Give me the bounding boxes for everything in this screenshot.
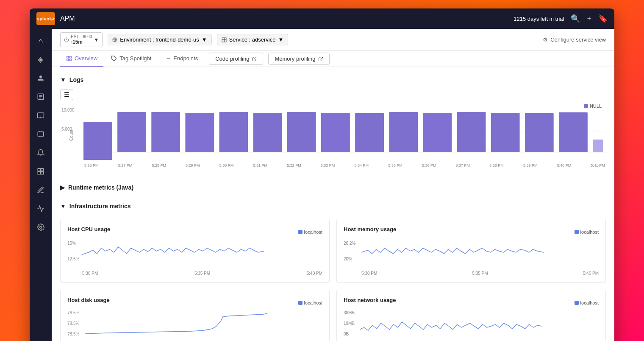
configure-service-button[interactable]: ⚙ Configure service view [543,36,606,43]
tab-endpoints[interactable]: Endpoints [159,51,204,67]
logs-section-content: ☰ NULL 10,000 5,000 Count [60,86,606,175]
sidebar: ⌂ ◈ [30,29,52,341]
cpu-x-labels: 5:30 PM 5:35 PM 5:40 PM [67,271,322,276]
disk-legend: localhost [298,300,322,305]
cpu-line-chart-svg [82,238,322,269]
page-body: ▼ Logs ☰ NULL [52,67,614,341]
service-dropdown-icon: ▼ [278,36,283,43]
network-chart-title: Host network usage [344,297,396,303]
memory-chart-title: Host memory usage [344,226,396,232]
content-area: PST -08:00 -15m ▼ Environment : frontend… [52,29,614,341]
time-dropdown-icon: ▼ [94,37,99,43]
disk-legend-label: localhost [304,300,322,305]
disk-chart-area: 78.5% 78.5% 78.5% 5:30 PM 5:35 PM [67,308,322,341]
title-bar-right: 1215 days left in trial 🔍 + 🔖 [514,14,608,23]
infra-charts-grid: Host CPU usage localhost 15% 12.5% [60,219,606,341]
infrastructure-section-content: Host CPU usage localhost 15% 12.5% [60,212,606,341]
network-chart-area: 38MB 19MB 0B 5:30 PM 5:35 PM [344,308,599,341]
memory-line-chart-svg [361,238,599,269]
toolbar: PST -08:00 -15m ▼ Environment : frontend… [52,29,614,51]
title-bar: splunk> APM 1215 days left in trial 🔍 + … [30,8,614,29]
sidebar-item-apm[interactable]: ◈ [32,51,49,68]
add-icon[interactable]: + [587,14,591,23]
environment-selector[interactable]: Environment : frontend-demo-us ▼ [108,34,211,45]
svg-rect-8 [38,132,44,137]
code-profiling-button[interactable]: Code profiling [209,53,263,65]
svg-rect-46 [389,112,418,152]
svg-rect-21 [67,56,69,58]
infrastructure-section: ▼ Infrastructure metrics Host CPU usage [60,200,606,341]
disk-y-label-785-mid: 78.5% [67,321,79,326]
bookmark-icon[interactable]: 🔖 [598,14,608,23]
svg-rect-41 [219,112,248,152]
svg-rect-17 [222,38,224,40]
sidebar-item-dashboards[interactable] [32,163,49,180]
sidebar-item-rum[interactable] [32,126,49,143]
service-selector[interactable]: Service : adservice ▼ [217,34,289,45]
network-usage-card: Host network usage localhost 38MB 19MB [336,290,606,341]
svg-rect-48 [457,112,486,152]
runtime-expand-icon: ▶ [60,184,65,191]
svg-rect-18 [224,38,226,40]
timezone-label: PST -08:00 -15m [71,34,92,45]
disk-y-label-785-top: 78.5% [67,310,79,315]
svg-rect-51 [559,112,588,152]
disk-usage-card: Host disk usage localhost 78.5% 78.5% [60,290,330,341]
memory-x-labels: 5:30 PM 5:35 PM 5:40 PM [344,271,599,276]
sidebar-item-home[interactable]: ⌂ [32,32,49,49]
tab-tag-spotlight[interactable]: Tag Spotlight [105,51,157,67]
runtime-metrics-header[interactable]: ▶ Runtime metrics (Java) [60,182,606,193]
disk-legend-color [298,301,303,305]
title-bar-left: splunk> APM [36,12,75,25]
memory-profiling-button[interactable]: Memory profiling [268,53,329,65]
memory-legend-label: localhost [580,229,599,235]
sidebar-item-infrastructure[interactable] [32,70,49,87]
app-title: APM [60,15,75,22]
svg-line-33 [320,57,323,59]
memory-usage-card: Host memory usage localhost 20.2% 20% [336,219,606,283]
disk-line-chart-svg [85,308,322,340]
runtime-metrics-section: ▶ Runtime metrics (Java) [60,182,606,193]
network-line-chart-svg [360,308,599,340]
svg-rect-20 [224,40,226,42]
search-icon[interactable]: 🔍 [571,14,580,23]
svg-rect-23 [67,59,69,61]
tab-overview[interactable]: Overview [60,51,103,67]
svg-rect-10 [41,168,44,171]
memory-y-label-20: 20% [344,257,352,261]
sidebar-item-synthetics[interactable] [32,107,49,124]
sidebar-item-logs[interactable] [32,88,49,105]
sidebar-item-reports[interactable] [32,182,49,198]
svg-rect-19 [222,40,224,42]
infrastructure-section-title: Infrastructure metrics [69,203,131,210]
cpu-legend: localhost [298,229,322,235]
sidebar-item-data-management[interactable] [32,200,49,217]
logs-legend: NULL [584,103,602,109]
logs-section-header[interactable]: ▼ Logs [60,74,606,86]
trial-text: 1215 days left in trial [514,16,564,22]
svg-rect-42 [253,113,282,152]
cpu-chart-title: Host CPU usage [67,226,110,232]
sidebar-item-settings[interactable] [32,219,49,236]
logs-list-button[interactable]: ☰ [60,89,73,100]
logs-legend-color [584,104,588,108]
disk-y-label-785-bot: 78.5% [67,332,79,336]
logs-chart-tools: ☰ [60,89,606,100]
sidebar-item-alerts[interactable] [32,144,49,161]
logs-x-labels: 5:26 PM 5:27 PM 5:28 PM 5:29 PM 5:30 PM … [83,163,606,168]
network-y-label-38mb: 38MB [344,310,355,315]
svg-rect-52 [593,140,603,152]
logs-bar-chart-svg [83,110,606,161]
svg-line-32 [254,57,256,59]
time-selector[interactable]: PST -08:00 -15m ▼ [60,32,103,47]
configure-label: Configure service view [550,36,606,43]
infrastructure-section-header[interactable]: ▼ Infrastructure metrics [60,200,606,212]
memory-legend-color [575,230,579,234]
svg-rect-37 [83,122,112,160]
svg-rect-43 [287,112,316,152]
svg-rect-9 [38,168,40,171]
main-layout: ⌂ ◈ [30,29,614,341]
svg-rect-47 [423,113,452,152]
svg-rect-44 [321,113,350,152]
network-legend-label: localhost [580,300,599,305]
